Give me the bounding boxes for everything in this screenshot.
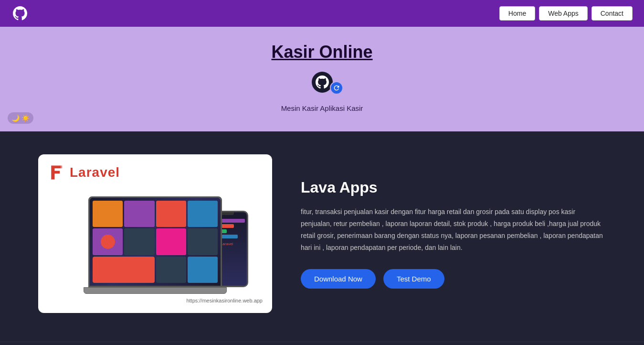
- laravel-header: Laravel: [48, 164, 263, 181]
- svg-marker-1: [61, 166, 62, 169]
- theme-toggle[interactable]: 🌙 ☀️: [8, 112, 33, 124]
- github-svg: [316, 75, 329, 89]
- nav-home-button[interactable]: Home: [499, 6, 535, 21]
- hero-subtitle: Mesin Kasir Aplikasi Kasir: [10, 104, 634, 112]
- refresh-svg: [333, 84, 340, 92]
- github-icon: [13, 6, 27, 21]
- svg-marker-0: [51, 166, 61, 180]
- footer: copyrights axcora technology: [0, 342, 644, 345]
- hero-icon-group: [307, 72, 338, 93]
- action-buttons: Download Now Test Demo: [301, 269, 606, 289]
- page-title: Kasir Online: [10, 42, 634, 62]
- nav-links: Home Web Apps Contact: [499, 6, 633, 21]
- laptop-screen: [90, 198, 221, 286]
- main-content: Laravel: [0, 131, 644, 342]
- blue-badge-icon: [330, 81, 343, 95]
- moon-icon: 🌙: [11, 114, 20, 122]
- download-button[interactable]: Download Now: [301, 269, 376, 289]
- sun-icon: ☀️: [21, 114, 30, 122]
- app-title: Lava Apps: [301, 179, 606, 196]
- hero-section: Kasir Online Mesin Kasir Aplikasi Kasir …: [0, 27, 644, 131]
- product-card: Laravel: [38, 154, 272, 313]
- nav-webapps-button[interactable]: Web Apps: [539, 6, 588, 21]
- app-description: fitur, transaksi penjualan kasir dengan …: [301, 206, 606, 254]
- navbar-logo: [11, 5, 29, 22]
- product-url: https://mesinkasironline.web.app: [48, 298, 263, 303]
- nav-contact-button[interactable]: Contact: [591, 6, 633, 21]
- device-mockup: Laravel: [48, 189, 263, 294]
- github-hero-icon: [312, 72, 333, 93]
- navbar: Home Web Apps Contact: [0, 0, 644, 27]
- test-demo-button[interactable]: Test Demo: [383, 269, 444, 289]
- right-content: Lava Apps fitur, transaksi penjualan kas…: [301, 179, 606, 289]
- laptop-mockup: [88, 196, 222, 287]
- laptop-base: [84, 287, 227, 294]
- laravel-logo-icon: [48, 164, 65, 181]
- laravel-label: Laravel: [70, 165, 120, 180]
